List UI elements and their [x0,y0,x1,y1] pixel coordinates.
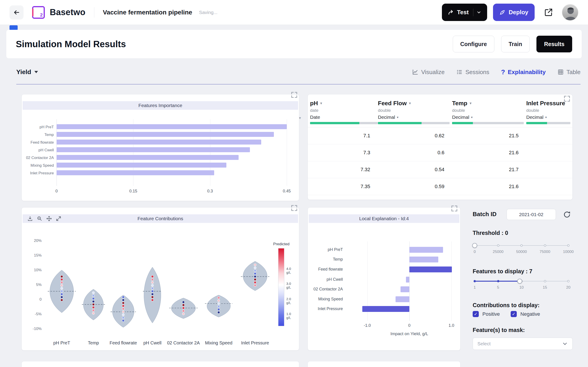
expand-icon[interactable] [563,95,571,102]
sample-dot [61,278,63,281]
local-explanation-plot: Impact on Yield, g/L -1.001.0pH PreTTemp… [308,208,460,350]
table-cell: 21.7 [450,167,524,173]
batch-id-input[interactable]: 2021-01-02 [507,209,556,220]
sample-dot [217,300,220,302]
violin-shape [83,289,104,320]
features-display-slider[interactable]: 15101520 [475,279,568,291]
saving-status: Saving... [199,10,217,15]
expand-icon[interactable] [290,204,298,212]
table-row[interactable]: 7.30.621.6 [308,144,572,161]
expand-icon[interactable] [450,205,458,212]
table-cell: 0.54 [376,167,450,173]
sample-dot [92,306,95,309]
data-preview-table: pH▾dateDateFeed Flow▾doubleDecimal▾Temp▾… [308,94,573,200]
sample-dot [182,313,185,315]
list-icon [456,69,463,75]
sample-dot [182,310,185,312]
page-title: Simulation Model Results [16,39,126,49]
column-format-select[interactable]: Decimal▾ [526,115,572,120]
target-selector[interactable]: Yield [16,68,38,76]
features-importance-panel: Features Importance 00.150.30.45pH PreTT… [21,94,299,201]
share-button[interactable] [544,8,553,17]
expand-diagonal-icon[interactable] [56,216,61,222]
user-avatar[interactable] [562,4,579,21]
sample-dot [92,303,95,306]
colorbar-tick-label: 1.0g/L [286,312,298,320]
importance-bar [57,140,261,144]
sample-dot [182,307,185,309]
column-menu-icon[interactable]: ▾ [409,101,411,106]
tab-visualize[interactable]: Visualize [412,69,445,76]
column-dtype: double [526,108,572,113]
distribution-fill [310,122,359,124]
next-panel-preview [308,361,460,367]
sample-dot [122,305,124,307]
distribution-fill [452,122,473,124]
y-tick-label: 20% [22,239,42,243]
deploy-button[interactable]: Deploy [493,4,535,21]
pan-icon[interactable] [46,216,52,222]
expand-icon[interactable] [290,91,298,99]
tab-label: Table [567,69,580,76]
gridline [409,242,410,321]
slider-tick-label: 0 [474,250,476,254]
column-collapse-chevron[interactable]: ▾ [299,116,301,120]
column-header[interactable]: Feed Flow▾doubleDecimal▾ [376,94,450,127]
sample-dot [122,299,124,301]
table-row[interactable]: 7.350.5921.6 [308,178,572,195]
sample-dot [122,317,124,319]
category-label: pH PreT [53,340,70,346]
column-dtype: date [310,108,376,113]
sample-dot [151,299,154,301]
test-button[interactable]: Test [442,4,487,21]
threshold-slider[interactable]: 025000500007500010000 [475,243,568,255]
divider [473,8,473,16]
train-button[interactable]: Train [501,36,530,52]
tab-explainability[interactable]: ? Explainability [501,68,546,76]
column-dtype: double [452,108,524,113]
results-button[interactable]: Results [536,36,572,52]
sample-dot [61,281,63,284]
slider-handle[interactable] [472,243,477,248]
table-row[interactable]: 7.320.5421.7 [308,161,572,178]
slider-handle[interactable] [517,279,522,284]
download-icon[interactable] [27,216,33,222]
sample-dot [122,319,124,322]
column-menu-icon[interactable]: ▾ [320,101,322,106]
column-menu-icon[interactable]: ▾ [469,101,472,106]
contributions-label: Contributions to display: [473,302,540,309]
sample-dot [254,272,256,275]
sample-dot [254,284,256,286]
x-axis-label: Impact on Yield, g/L [390,331,428,336]
sample-dot [217,302,220,305]
configure-button[interactable]: Configure [453,36,494,52]
table-cell: 21.6 [450,150,524,156]
violin-plot-svg [22,208,299,351]
column-name: Inlet Pressure [526,100,565,107]
negative-checkbox[interactable]: ✓ [511,311,517,317]
tab-table[interactable]: Table [557,69,580,76]
column-format-select[interactable]: Decimal▾ [378,115,450,120]
tab-sessions[interactable]: Sessions [456,69,489,76]
sample-dot [151,287,154,289]
column-distribution [526,122,570,124]
impact-bar [409,247,443,253]
table-row[interactable]: 7.10.6221.5 [308,127,572,144]
column-header[interactable]: pH▾dateDate [308,94,376,127]
column-format-select[interactable]: Decimal▾ [452,115,524,120]
sample-dot [151,278,154,281]
distribution-fill [526,122,547,124]
column-name: Feed Flow [378,100,407,107]
violin-shape [50,270,74,313]
refresh-button[interactable] [563,211,571,218]
table-cell: 7.1 [308,133,376,139]
back-button[interactable] [9,5,24,19]
positive-checkbox[interactable]: ✓ [473,311,479,317]
grid-icon [557,69,564,75]
mask-select[interactable]: Select [473,338,573,350]
zoom-out-icon[interactable] [37,216,43,222]
slider-tick-label: 25000 [493,250,503,254]
category-label: 02 Contactor 2A [22,156,54,160]
column-format-select[interactable]: Date [310,115,376,120]
column-header[interactable]: Temp▾doubleDecimal▾ [450,94,524,127]
